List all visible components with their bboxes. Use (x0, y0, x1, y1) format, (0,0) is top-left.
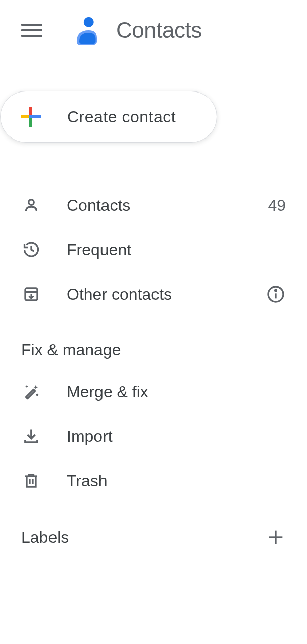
info-icon[interactable] (266, 284, 286, 304)
nav-label: Contacts (67, 196, 242, 215)
history-icon (21, 240, 41, 260)
section-labels: Labels (0, 503, 307, 558)
nav-item-merge-fix[interactable]: Merge & fix (21, 370, 286, 414)
nav-label: Other contacts (67, 285, 240, 304)
nav-label: Trash (67, 472, 286, 490)
nav-item-other-contacts[interactable]: Other contacts (21, 272, 286, 316)
svg-rect-1 (29, 107, 32, 116)
svg-rect-3 (21, 115, 30, 118)
nav-label: Merge & fix (67, 383, 286, 401)
nav-item-frequent[interactable]: Frequent (21, 227, 286, 272)
download-icon (21, 426, 41, 446)
person-icon (21, 195, 41, 215)
magic-wand-icon (21, 382, 41, 402)
logo-section: Contacts (72, 15, 202, 45)
section-fix-manage: Fix & manage (0, 316, 307, 370)
svg-rect-5 (29, 115, 32, 118)
nav-main: Contacts 49 Frequent Other contacts (0, 183, 307, 316)
nav-item-trash[interactable]: Trash (21, 458, 286, 503)
contacts-logo-icon (72, 15, 102, 45)
svg-point-0 (84, 17, 94, 27)
svg-point-6 (29, 200, 34, 205)
menu-icon[interactable] (21, 24, 42, 37)
nav-fix-manage: Merge & fix Import Trash (0, 370, 307, 503)
nav-count: 49 (268, 196, 286, 215)
nav-item-import[interactable]: Import (21, 414, 286, 458)
nav-label: Import (67, 427, 286, 446)
nav-item-contacts[interactable]: Contacts 49 (21, 183, 286, 227)
labels-title: Labels (21, 528, 69, 547)
svg-point-11 (36, 394, 39, 396)
svg-point-10 (275, 290, 277, 291)
svg-rect-2 (29, 118, 32, 127)
create-contact-button[interactable]: Create contact (0, 91, 217, 143)
svg-rect-4 (32, 115, 41, 118)
create-contact-label: Create contact (67, 108, 176, 126)
trash-icon (21, 471, 41, 491)
add-label-button[interactable] (266, 527, 286, 547)
nav-label: Frequent (67, 241, 286, 259)
app-title: Contacts (116, 18, 202, 43)
app-header: Contacts (0, 0, 307, 61)
plus-icon (19, 105, 43, 129)
archive-icon (21, 284, 41, 304)
